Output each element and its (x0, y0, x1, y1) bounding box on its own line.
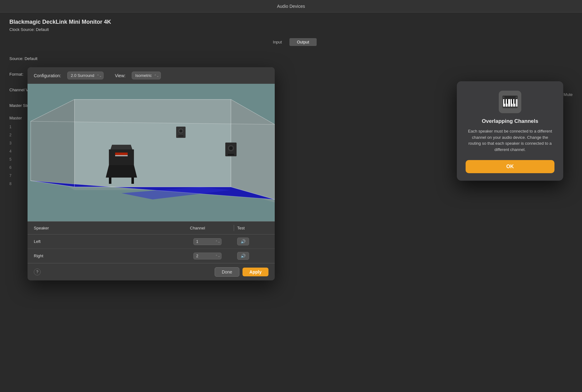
speaker-table: Speaker Channel Test Left 1 2 3 4 5 (28, 221, 275, 263)
svg-rect-45 (512, 99, 513, 104)
speaker-left-label: Left (34, 239, 193, 244)
help-button[interactable]: ? (34, 269, 41, 275)
config-label: Configuration: (34, 73, 61, 78)
svg-marker-22 (110, 145, 132, 149)
svg-point-47 (503, 97, 504, 98)
speaker-icon: 🔊 (241, 254, 246, 258)
th-test: Test (237, 226, 268, 230)
done-button[interactable]: Done (215, 267, 239, 277)
svg-rect-44 (507, 99, 508, 104)
main-area: Blackmagic DeckLink Mini Monitor 4K Cloc… (0, 13, 582, 58)
speaker-right-label: Right (34, 254, 193, 258)
room-visualization (28, 84, 275, 221)
test-right-button[interactable]: 🔊 (237, 252, 249, 260)
right-speaker (225, 143, 237, 156)
svg-point-48 (516, 97, 517, 98)
svg-rect-25 (109, 178, 111, 184)
channel-numbers: Master 1 2 3 4 5 6 7 8 (9, 116, 22, 188)
ch-8: 8 (9, 180, 22, 188)
app-title: Audio Devices (277, 4, 305, 9)
tab-input[interactable]: Input (265, 38, 289, 46)
svg-rect-26 (131, 178, 134, 184)
speaker-icon: 🔊 (241, 239, 246, 244)
view-label: View: (115, 73, 125, 78)
dialog-header: Configuration: 2.0 Surround 5.1 Surround… (28, 67, 275, 84)
svg-rect-23 (115, 153, 128, 155)
channel-left-cell: 1 2 3 4 5 6 7 8 (193, 238, 237, 245)
io-tabs: Input Output (9, 38, 573, 46)
svg-rect-46 (514, 99, 516, 104)
channel-right-wrapper[interactable]: 1 2 3 4 5 6 7 8 (193, 253, 222, 259)
device-name: Blackmagic DeckLink Mini Monitor 4K (9, 19, 573, 25)
ch-5: 5 (9, 155, 22, 163)
ch-6: 6 (9, 163, 22, 172)
left-speaker (176, 127, 186, 138)
clock-source: Clock Source: Default (9, 27, 573, 32)
config-select-wrapper[interactable]: 2.0 Surround 5.1 Surround 7.1 Surround S… (67, 72, 104, 79)
room-svg (28, 84, 275, 221)
piano-icon (501, 93, 519, 111)
test-left-cell: 🔊 (237, 238, 268, 245)
table-row: Right 1 2 3 4 5 6 7 8 (28, 249, 275, 263)
footer-left: ? (34, 269, 41, 275)
table-row: Left 1 2 3 4 5 6 7 8 (28, 234, 275, 249)
channel-right-select[interactable]: 1 2 3 4 5 6 7 8 (193, 253, 222, 259)
overlapping-channels-modal: Overlapping Channels Each speaker must b… (457, 81, 563, 181)
dialog-footer: ? Done Apply (28, 263, 275, 280)
source-label: Source: Default (9, 56, 38, 61)
channel-left-select[interactable]: 1 2 3 4 5 6 7 8 (193, 238, 222, 245)
footer-right: Done Apply (215, 267, 268, 277)
test-right-cell: 🔊 (237, 252, 268, 260)
svg-rect-42 (516, 99, 518, 107)
mute-label: Mute (564, 92, 573, 97)
ch-3: 3 (9, 139, 22, 147)
svg-point-29 (179, 129, 182, 133)
ch-2: 2 (9, 131, 22, 139)
apply-button[interactable]: Apply (243, 268, 268, 276)
master-label: Master (9, 116, 22, 120)
svg-rect-36 (503, 96, 518, 99)
view-select-wrapper[interactable]: Isometric Top Front Side (132, 72, 161, 79)
svg-rect-34 (228, 154, 234, 155)
ch-7: 7 (9, 172, 22, 180)
svg-rect-24 (115, 155, 128, 156)
top-bar: Audio Devices (0, 0, 582, 13)
modal-ok-button[interactable]: OK (466, 160, 554, 173)
channel-right-cell: 1 2 3 4 5 6 7 8 (193, 253, 237, 259)
ch-4: 4 (9, 147, 22, 155)
svg-rect-39 (508, 99, 510, 107)
view-select[interactable]: Isometric Top Front Side (132, 72, 161, 79)
th-speaker: Speaker (34, 226, 190, 230)
svg-marker-21 (109, 149, 134, 165)
th-divider (234, 225, 234, 231)
svg-marker-20 (106, 165, 137, 178)
test-left-button[interactable]: 🔊 (237, 238, 249, 245)
modal-title: Overlapping Channels (482, 118, 538, 124)
channel-left-wrapper[interactable]: 1 2 3 4 5 6 7 8 (193, 238, 222, 245)
ch-1: 1 (9, 123, 22, 131)
th-channel: Channel (190, 226, 234, 230)
svg-rect-30 (178, 135, 183, 137)
config-select[interactable]: 2.0 Surround 5.1 Surround 7.1 Surround S… (67, 72, 104, 79)
tab-output[interactable]: Output (289, 38, 317, 46)
svg-point-33 (229, 146, 233, 150)
svg-rect-43 (504, 99, 506, 104)
piano-icon-wrapper (499, 91, 521, 113)
table-header: Speaker Channel Test (28, 221, 275, 234)
speaker-config-dialog: Configuration: 2.0 Surround 5.1 Surround… (28, 67, 275, 280)
modal-body: Each speaker must be connected to a diff… (466, 128, 554, 153)
